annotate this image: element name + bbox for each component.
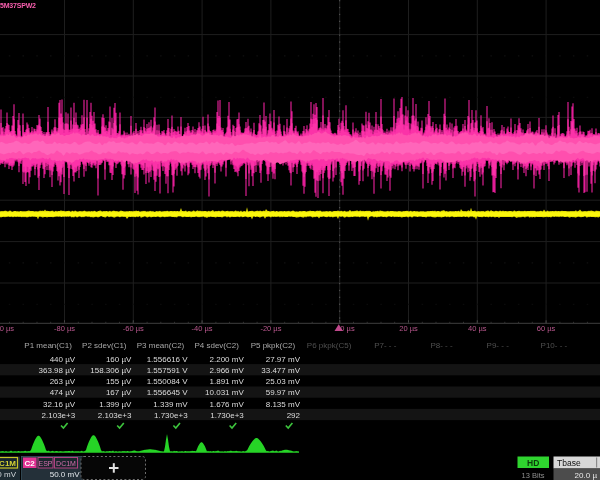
svg-text:P4 sdev(C2): P4 sdev(C2) [194,341,239,350]
svg-text:2.200 mV: 2.200 mV [210,355,245,364]
svg-text:1.556645 V: 1.556645 V [147,388,189,397]
svg-text:158.306 µV: 158.306 µV [90,366,132,375]
svg-text:10.031 mV: 10.031 mV [205,388,244,397]
svg-text:10.0 mV: 10.0 mV [0,470,17,479]
svg-text:440 µV: 440 µV [50,355,76,364]
svg-text:160 µV: 160 µV [106,355,132,364]
svg-text:1.557591 V: 1.557591 V [147,366,189,375]
svg-text:P7- - -: P7- - - [374,341,397,350]
svg-text:P2 sdev(C1): P2 sdev(C1) [82,341,127,350]
svg-text:1.891 mV: 1.891 mV [210,377,245,386]
svg-text:33.477 mV: 33.477 mV [261,366,300,375]
svg-text:Tbase: Tbase [557,458,581,468]
svg-text:5M37SPW2: 5M37SPW2 [0,2,36,9]
svg-text:ESP: ESP [38,460,52,467]
svg-text:2.103e+3: 2.103e+3 [42,411,76,420]
svg-text:DC1M: DC1M [56,460,76,467]
svg-text:P9- - -: P9- - - [487,341,510,350]
svg-text:363.98 µV: 363.98 µV [39,366,76,375]
svg-text:P6 pkpk(C5): P6 pkpk(C5) [307,341,352,350]
svg-text:167 µV: 167 µV [106,388,132,397]
svg-text:P8- - -: P8- - - [430,341,453,350]
svg-text:1.556616 V: 1.556616 V [147,355,189,364]
svg-text:DC1M: DC1M [0,459,16,468]
svg-text:32.16 µV: 32.16 µV [43,400,76,409]
svg-text:1.339 mV: 1.339 mV [153,400,188,409]
svg-text:50.0 mV: 50.0 mV [50,470,80,479]
svg-text:1.730e+3: 1.730e+3 [154,411,188,420]
svg-text:1.399 µV: 1.399 µV [99,400,132,409]
svg-text:-20 µs: -20 µs [260,324,281,333]
svg-text:P5 pkpk(C2): P5 pkpk(C2) [251,341,296,350]
svg-text:20.0 µ: 20.0 µ [575,471,598,480]
svg-text:8.135 mV: 8.135 mV [266,400,301,409]
svg-text:2.966 mV: 2.966 mV [210,366,245,375]
svg-text:13 Bits: 13 Bits [522,471,545,480]
svg-text:60 µs: 60 µs [537,324,556,333]
svg-text:155 µV: 155 µV [106,377,132,386]
svg-text:-100 µs: -100 µs [0,324,14,333]
svg-text:263 µV: 263 µV [50,377,76,386]
svg-text:-60 µs: -60 µs [123,324,144,333]
svg-text:25.03 mV: 25.03 mV [266,377,301,386]
svg-text:-80 µs: -80 µs [54,324,75,333]
svg-text:20 µs: 20 µs [399,324,418,333]
svg-text:474 µV: 474 µV [50,388,76,397]
svg-text:40 µs: 40 µs [468,324,487,333]
svg-text:27.97 mV: 27.97 mV [266,355,301,364]
svg-text:-40 µs: -40 µs [192,324,213,333]
svg-text:C2: C2 [25,459,36,468]
svg-text:1.550084 V: 1.550084 V [147,377,189,386]
svg-text:0 µs: 0 µs [340,324,355,333]
svg-text:1.730e+3: 1.730e+3 [210,411,244,420]
svg-text:59.97 mV: 59.97 mV [266,388,301,397]
svg-text:P3 mean(C2): P3 mean(C2) [137,341,185,350]
svg-text:HD: HD [527,458,539,468]
svg-text:1.676 mV: 1.676 mV [210,400,245,409]
svg-text:P1 mean(C1): P1 mean(C1) [24,341,72,350]
svg-text:292: 292 [287,411,301,420]
svg-text:2.103e+3: 2.103e+3 [98,411,132,420]
svg-text:P10- - -: P10- - - [541,341,568,350]
